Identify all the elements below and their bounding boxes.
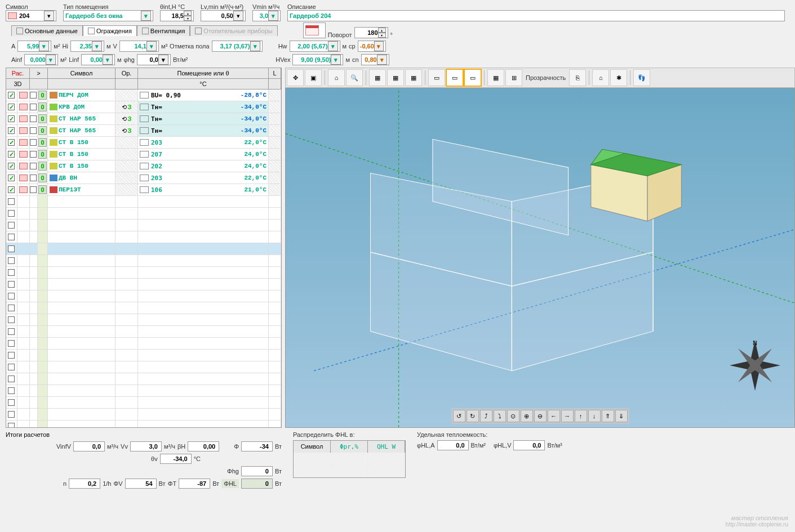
cp-input[interactable]: -0,60▾ [358,41,386,52]
floor1-icon[interactable]: ▭ [428,69,445,86]
dist-col-phipr[interactable]: Φpr,% [331,441,368,453]
row-checkbox2[interactable] [30,127,37,134]
col-gt[interactable]: > [30,68,48,78]
floor2-icon[interactable]: ▭ [446,69,463,86]
tab-enclosures[interactable]: Ограждения [83,25,137,36]
table-row-empty[interactable] [6,255,281,267]
row-checkbox[interactable] [8,92,15,99]
view2-icon[interactable]: ▦ [387,69,404,86]
row-checkbox[interactable] [8,281,15,288]
Hw-input[interactable]: 2,00 (5,67)▾ [290,41,340,52]
row-checkbox[interactable] [8,210,15,217]
row-checkbox[interactable] [8,340,15,347]
nav-tilt-up[interactable]: ⤴ [480,410,492,422]
layers-icon[interactable]: ▦ [487,69,504,86]
row-checkbox[interactable] [8,364,15,370]
table-row[interactable]: 0 ПЕР1ЭТ 10621,0°C [6,184,281,196]
row-checkbox[interactable] [8,257,15,264]
row-checkbox[interactable] [8,245,15,252]
col-calc[interactable]: Рас. [6,68,30,78]
vmin-dropdown[interactable]: ▾ [268,11,278,21]
table-row[interactable]: 0 СТ В 150 20224,0°C [6,160,281,172]
table-row-empty[interactable] [6,421,281,427]
table-row-empty[interactable] [6,385,281,397]
nav-raise[interactable]: ⇑ [602,410,614,422]
V-input[interactable]: 14,1▾ [119,41,159,52]
house-color-icon[interactable]: ⌂ [592,69,609,86]
3d-viewport[interactable]: N ↺ ↻ ⤴ ⤵ ⊙ ⊕ ⊖ ← → ↑ ↓ ⇑ ⇓ [285,88,795,428]
table-row-empty[interactable] [6,196,281,208]
select-icon[interactable]: ▣ [305,69,322,86]
nav-tilt-down[interactable]: ⤵ [494,410,506,422]
row-checkbox[interactable] [8,175,15,181]
row-checkbox[interactable] [8,269,15,276]
Linf-input[interactable]: 0,00▾ [81,54,115,65]
row-checkbox2[interactable] [30,151,37,158]
Ainf-input[interactable]: 0,000▾ [24,54,58,65]
col-room[interactable]: Помещение или θ [138,68,269,78]
dist-col-qhl[interactable]: QHL W [368,441,405,453]
A-input[interactable]: 5,99▾ [17,41,51,52]
row-checkbox[interactable] [8,163,15,169]
row-checkbox[interactable] [8,399,15,406]
table-row-empty[interactable] [6,326,281,338]
view1-icon[interactable]: ▦ [369,69,386,86]
floor3-icon[interactable]: ▭ [464,69,481,86]
row-checkbox[interactable] [8,127,15,134]
nav-reset[interactable]: ⊙ [507,410,519,422]
row-checkbox2[interactable] [30,175,37,181]
row-checkbox[interactable] [8,139,15,146]
table-row-empty[interactable] [6,220,281,231]
HVex-input[interactable]: 9,00 (9,50)▾ [292,54,343,65]
table-row-empty[interactable] [6,338,281,350]
table-row[interactable]: 0 СТ В 150 20322,0°C [6,137,281,149]
row-checkbox[interactable] [8,352,15,359]
lvmin-input[interactable]: 0,50 ▾ [201,10,246,21]
nav-zoom-in[interactable]: ⊕ [521,410,533,422]
row-checkbox[interactable] [8,234,15,240]
roomtype-dropdown[interactable]: ▾ [141,11,151,21]
table-row[interactable]: 0 КРВ ДОМ ⟲З Tн=-34,0°C [6,101,281,113]
row-checkbox2[interactable] [30,92,37,99]
nav-pan-right[interactable]: ↻ [467,410,479,422]
vmin-input[interactable]: 3,0 ▾ [252,10,281,21]
arrows-icon[interactable]: ✥ [287,69,304,86]
house-icon-box[interactable] [303,23,326,38]
row-checkbox2[interactable] [30,104,37,110]
row-checkbox[interactable] [8,222,15,229]
foot-icon[interactable]: 👣 [633,69,650,86]
row-checkbox[interactable] [8,198,15,205]
tab-ventilation[interactable]: Вентиляция [137,25,190,36]
row-checkbox[interactable] [8,375,15,382]
table-row-empty[interactable] [6,373,281,385]
table-row-empty[interactable] [6,350,281,361]
nav-lower[interactable]: ⇓ [615,410,628,422]
table-row-empty[interactable] [6,290,281,302]
view3-icon[interactable]: ▦ [405,69,422,86]
row-checkbox[interactable] [8,293,15,299]
table-row-empty[interactable] [6,279,281,290]
row-checkbox[interactable] [8,151,15,158]
tab-basic[interactable]: Основные данные [11,25,83,36]
nav-up[interactable]: ↑ [575,410,587,422]
roomtype-input[interactable]: Гардероб без окна ▾ [63,10,153,21]
table-row[interactable]: 0 ДВ ВН 20322,0°C [6,172,281,184]
phg-input[interactable]: 0,0▾ [137,54,171,65]
lvmin-dropdown[interactable]: ▾ [233,11,243,21]
symbol-dropdown[interactable]: ▾ [44,11,54,21]
row-checkbox2[interactable] [30,139,37,146]
theta-spinner[interactable]: ▴▾ [184,11,192,21]
dist-col-symbol[interactable]: Символ [294,441,331,453]
col-op[interactable]: Ор. [116,68,138,78]
table-row-empty[interactable] [6,243,281,255]
table-row-empty[interactable] [6,409,281,421]
row-checkbox[interactable] [8,186,15,193]
col-symbol[interactable]: Символ [48,68,116,78]
col-L[interactable]: L [269,68,281,78]
row-checkbox[interactable] [8,387,15,394]
nav-right[interactable]: → [561,410,574,422]
row-checkbox[interactable] [8,104,15,110]
table-row-empty[interactable] [6,231,281,243]
row-checkbox2[interactable] [30,163,37,169]
table-row[interactable]: 0 СТ НАР 565 ⟲З Tн=-34,0°C [6,113,281,125]
